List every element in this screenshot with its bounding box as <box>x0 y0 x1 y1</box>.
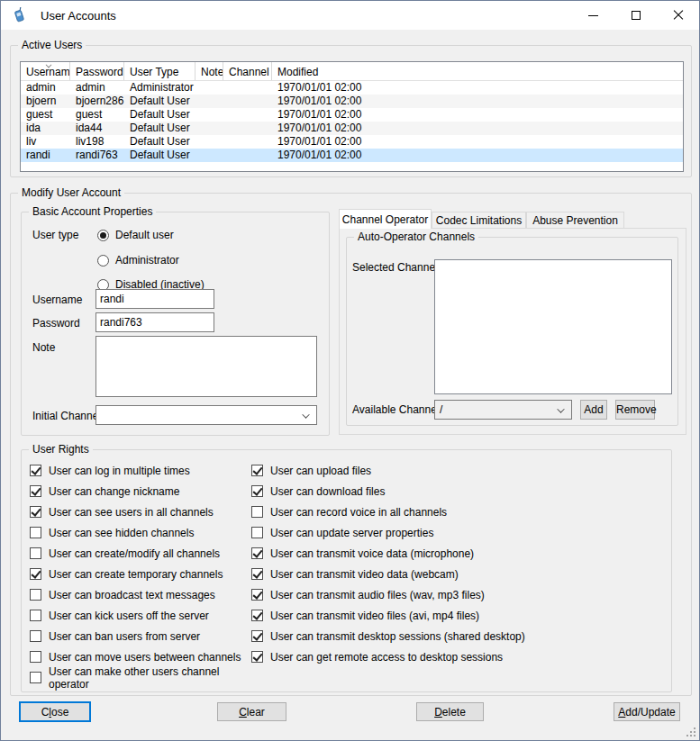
table-row[interactable]: idaida44Default User1970/01/01 02:00 <box>21 122 683 135</box>
column-header-channel[interactable]: Channel <box>223 62 272 80</box>
delete-button[interactable]: Delete <box>416 702 484 721</box>
window-title: User Accounts <box>41 9 116 23</box>
checkbox-icon <box>251 610 263 621</box>
table-row[interactable]: bjoernbjoern286Default User1970/01/01 02… <box>21 95 683 108</box>
selected-channels-list[interactable] <box>434 259 672 394</box>
username-label: Username <box>32 294 82 306</box>
available-channels-select[interactable]: / <box>434 400 572 420</box>
user-right-checkbox[interactable]: User can create temporary channels <box>30 564 244 584</box>
initial-channel-select[interactable] <box>95 405 317 425</box>
checkbox-icon <box>30 465 41 476</box>
initial-channel-label: Initial Channel <box>32 410 101 422</box>
checkbox-icon <box>30 610 41 621</box>
checkbox-icon <box>30 506 41 518</box>
user-right-checkbox[interactable]: User can create/modify all channels <box>30 543 244 564</box>
checkbox-icon <box>251 506 263 518</box>
users-table-body: adminadminAdministrator1970/01/01 02:00 … <box>21 81 683 162</box>
app-icon <box>11 7 27 23</box>
checkbox-icon <box>30 485 41 497</box>
checkbox-icon <box>30 651 41 663</box>
user-right-checkbox[interactable]: User can download files <box>251 481 567 502</box>
table-row-selected[interactable]: randirandi763Default User1970/01/01 02:0… <box>21 149 683 162</box>
modify-user-account-group-label: Modify User Account <box>18 186 124 200</box>
column-header-user-type[interactable]: User Type <box>124 62 195 80</box>
radio-icon <box>97 230 109 241</box>
selected-channels-label: Selected Channels <box>352 261 443 274</box>
users-table[interactable]: Username Password User Type Note Channel… <box>20 61 684 172</box>
checkbox-icon <box>251 465 263 476</box>
note-label: Note <box>32 341 55 354</box>
checkbox-icon <box>251 527 263 538</box>
user-rights-left-column: User can log in multiple times User can … <box>30 460 244 688</box>
user-right-checkbox[interactable]: User can log in multiple times <box>30 460 244 481</box>
radio-label: Administrator <box>115 254 179 267</box>
user-right-checkbox[interactable]: User can see hidden channels <box>30 522 244 543</box>
table-row[interactable]: adminadminAdministrator1970/01/01 02:00 <box>21 81 683 95</box>
column-header-modified[interactable]: Modified <box>272 62 683 80</box>
user-right-checkbox[interactable]: User can upload files <box>251 460 567 481</box>
checkbox-icon <box>251 630 263 642</box>
available-channels-value: / <box>440 403 442 416</box>
table-row[interactable]: guestguestDefault User1970/01/01 02:00 <box>21 108 683 122</box>
checkbox-icon <box>251 485 263 497</box>
radio-icon <box>97 255 109 267</box>
chevron-down-icon <box>558 406 564 412</box>
chevron-down-icon <box>303 411 309 418</box>
user-right-checkbox[interactable]: User can transmit desktop sessions (shar… <box>251 626 567 646</box>
radio-default-user[interactable]: Default user <box>97 228 174 242</box>
column-header-password[interactable]: Password <box>70 62 124 80</box>
user-rights-right-column: User can upload files User can download … <box>251 460 567 667</box>
user-right-checkbox[interactable]: User can ban users from server <box>30 626 244 646</box>
user-right-checkbox[interactable]: User can kick users off the server <box>30 605 244 626</box>
close-button[interactable]: Close <box>19 701 91 722</box>
available-channels-label: Available Channels <box>352 403 445 416</box>
user-type-label: User type <box>32 229 78 241</box>
user-right-checkbox[interactable]: User can change nickname <box>30 481 244 502</box>
checkbox-icon <box>251 589 263 601</box>
maximize-button[interactable] <box>614 1 657 30</box>
close-icon <box>673 10 684 21</box>
users-table-header: Username Password User Type Note Channel… <box>21 62 683 81</box>
user-right-checkbox[interactable]: User can update server properties <box>251 522 567 543</box>
user-right-checkbox[interactable]: User can transmit video files (avi, mp4 … <box>251 605 567 626</box>
tab-codec-limitations[interactable]: Codec Limitations <box>432 212 526 229</box>
user-accounts-window: User Accounts Active Users Username Pass… <box>0 0 700 741</box>
clear-button[interactable]: Clear <box>217 702 286 721</box>
user-right-checkbox[interactable]: User can transmit audio files (wav, mp3 … <box>251 584 567 605</box>
add-update-button[interactable]: Add/Update <box>614 702 680 721</box>
user-right-checkbox[interactable]: User can get remote access to desktop se… <box>251 646 567 667</box>
user-right-checkbox[interactable]: User can see users in all channels <box>30 502 244 522</box>
user-right-checkbox[interactable]: User can record voice in all channels <box>251 502 567 522</box>
table-row[interactable]: livliv198Default User1970/01/01 02:00 <box>21 135 683 149</box>
basic-account-properties-group-label: Basic Account Properties <box>29 205 156 219</box>
column-header-username[interactable]: Username <box>21 62 70 80</box>
checkbox-icon <box>30 547 41 559</box>
user-rights-group-label: User Rights <box>29 443 93 456</box>
user-right-checkbox[interactable]: User can broadcast text messages <box>30 584 244 605</box>
radio-label: Default user <box>115 229 174 241</box>
minimize-icon <box>588 15 598 16</box>
radio-administrator[interactable]: Administrator <box>97 253 179 267</box>
user-right-checkbox[interactable]: User can transmit video data (webcam) <box>251 564 567 584</box>
user-right-checkbox[interactable]: User can transmit voice data (microphone… <box>251 543 567 564</box>
minimize-button[interactable] <box>572 1 614 30</box>
tab-abuse-prevention[interactable]: Abuse Prevention <box>526 212 624 229</box>
titlebar: User Accounts <box>1 1 699 30</box>
checkbox-icon <box>30 630 41 642</box>
window-close-button[interactable] <box>657 1 699 30</box>
remove-button[interactable]: Remove <box>615 400 655 420</box>
checkbox-icon <box>30 672 41 683</box>
column-header-note[interactable]: Note <box>195 62 223 80</box>
password-label: Password <box>32 317 80 330</box>
resize-grip[interactable] <box>685 726 695 736</box>
add-button[interactable]: Add <box>580 400 607 420</box>
checkbox-icon <box>30 527 41 538</box>
checkbox-icon <box>251 568 263 580</box>
password-field[interactable] <box>95 312 214 332</box>
user-right-checkbox[interactable]: User can make other users channel operat… <box>30 667 244 688</box>
active-users-group-label: Active Users <box>18 39 86 52</box>
note-field[interactable] <box>95 336 317 397</box>
maximize-icon <box>632 11 641 20</box>
tab-channel-operator[interactable]: Channel Operator <box>339 209 432 229</box>
username-field[interactable] <box>95 289 214 309</box>
